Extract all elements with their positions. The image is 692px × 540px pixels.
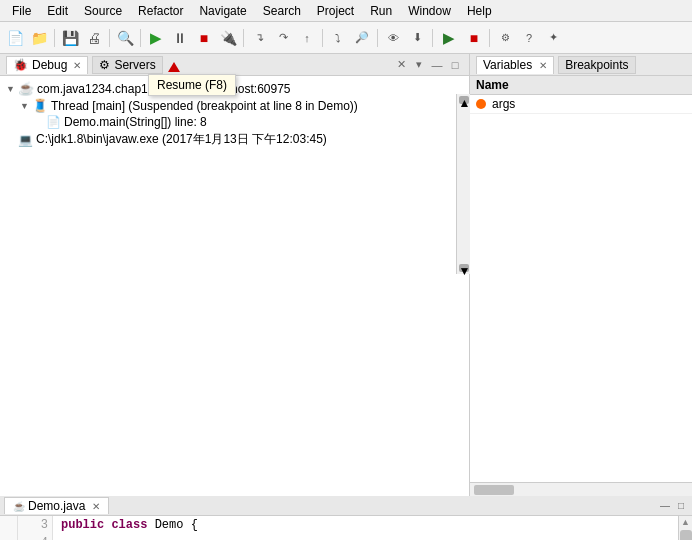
var-hscrollbar[interactable] xyxy=(470,482,692,496)
tree-icon-0: ☕ xyxy=(18,81,34,96)
servers-tab[interactable]: ⚙ Servers xyxy=(92,56,162,74)
editor-tab-close[interactable]: ✕ xyxy=(92,501,100,512)
toolbar-sep-8 xyxy=(489,29,490,47)
tree-icon-3: 💻 xyxy=(18,133,33,147)
menu-help[interactable]: Help xyxy=(459,2,500,20)
toolbar-help2[interactable]: ? xyxy=(518,27,540,49)
debug-maximize-btn[interactable]: □ xyxy=(447,57,463,73)
toolbar-disconnect[interactable]: 🔌 xyxy=(217,27,239,49)
menu-refactor[interactable]: Refactor xyxy=(130,2,191,20)
toolbar-step-over[interactable]: ↷ xyxy=(272,27,294,49)
debug-scroll-down[interactable]: ▼ xyxy=(459,264,469,272)
toolbar-sep-1 xyxy=(54,29,55,47)
toolbar-stop[interactable]: ■ xyxy=(193,27,215,49)
debug-scroll-up[interactable]: ▲ xyxy=(459,96,469,104)
toolbar-save[interactable]: 💾 xyxy=(59,27,81,49)
editor-body: ⬤ ➤ 3 4 5 6 7 8 9 10 11 12 public class … xyxy=(0,516,692,540)
toolbar-sep-6 xyxy=(377,29,378,47)
indicator-4 xyxy=(1,534,16,540)
debug-menu-btn[interactable]: ▾ xyxy=(411,57,427,73)
variables-panel: Variables ✕ Breakpoints Name args xyxy=(470,54,692,496)
variables-panel-header: Variables ✕ Breakpoints xyxy=(470,54,692,76)
editor-actions: — □ xyxy=(658,499,688,513)
code-line-3: public class Demo { xyxy=(61,516,670,534)
var-col-name-header: Name xyxy=(476,78,596,92)
resume-tooltip: Resume (F8) xyxy=(148,74,236,96)
debug-scrollbar[interactable]: ▲ ▼ xyxy=(456,94,470,274)
toolbar-stop-prog[interactable]: ■ xyxy=(463,27,485,49)
var-dot-icon xyxy=(476,99,486,109)
editor-tab-label: Demo.java xyxy=(28,499,85,513)
tree-item-2[interactable]: 📄 Demo.main(String[]) line: 8 xyxy=(4,114,465,130)
menu-source[interactable]: Source xyxy=(76,2,130,20)
menu-file[interactable]: File xyxy=(4,2,39,20)
tree-item-1[interactable]: ▼ 🧵 Thread [main] (Suspended (breakpoint… xyxy=(4,97,465,114)
var-row-args[interactable]: args xyxy=(470,95,692,114)
var-hscroll-thumb[interactable] xyxy=(474,485,514,495)
variables-tab[interactable]: Variables ✕ xyxy=(476,56,554,74)
debug-tab-close[interactable]: ✕ xyxy=(73,60,81,71)
toolbar-inspect[interactable]: 🔎 xyxy=(351,27,373,49)
tree-text-1: Thread [main] (Suspended (breakpoint at … xyxy=(51,99,358,113)
main-area: 🐞 Debug ✕ ⚙ Servers ✕ ▾ — □ ▼ ☕ com.java… xyxy=(0,54,692,496)
line-numbers: 3 4 5 6 7 8 9 10 11 12 xyxy=(18,516,53,540)
editor-scroll-up[interactable]: ▲ xyxy=(679,516,692,528)
editor-tab-icon: ☕ xyxy=(13,501,25,512)
toolbar-run-to[interactable]: ⤵ xyxy=(327,27,349,49)
editor-scroll-thumb[interactable] xyxy=(680,530,692,540)
tree-item-3[interactable]: 💻 C:\jdk1.8\bin\javaw.exe (2017年1月13日 下午… xyxy=(4,130,465,149)
tree-icon-1: 🧵 xyxy=(32,98,48,113)
editor-maximize-btn[interactable]: □ xyxy=(674,499,688,513)
toolbar-sep-4 xyxy=(243,29,244,47)
tree-arrow-1: ▼ xyxy=(20,101,32,111)
toolbar: 📄 📁 💾 🖨 🔍 ▶ ⏸ ■ 🔌 ↴ ↷ ↑ ⤵ 🔎 👁 ⬇ ▶ ■ ⚙ ? … xyxy=(0,22,692,54)
menu-search[interactable]: Search xyxy=(255,2,309,20)
breakpoints-tab-label: Breakpoints xyxy=(565,58,628,72)
debug-panel-actions: ✕ ▾ — □ xyxy=(393,57,463,73)
code-line-4 xyxy=(61,534,670,540)
toolbar-step-return[interactable]: ↑ xyxy=(296,27,318,49)
tree-text-3: C:\jdk1.8\bin\javaw.exe (2017年1月13日 下午12… xyxy=(36,131,327,148)
toolbar-run[interactable]: ▶ xyxy=(437,27,461,49)
menu-project[interactable]: Project xyxy=(309,2,362,20)
editor-minimize-btn[interactable]: — xyxy=(658,499,672,513)
menu-edit[interactable]: Edit xyxy=(39,2,76,20)
variables-tab-close[interactable]: ✕ xyxy=(539,60,547,71)
editor-header: ☕ Demo.java ✕ — □ xyxy=(0,496,692,516)
debug-tree: ▼ ☕ com.java1234.chap11.Demo at localhos… xyxy=(0,76,469,496)
debug-terminate-btn[interactable]: ✕ xyxy=(393,57,409,73)
editor-vscrollbar[interactable]: ▲ ▼ xyxy=(678,516,692,540)
toolbar-resume[interactable]: ▶ xyxy=(145,27,167,49)
toolbar-suspend[interactable]: ⏸ xyxy=(169,27,191,49)
var-table: Name args xyxy=(470,76,692,482)
toolbar-watch[interactable]: 👁 xyxy=(382,27,404,49)
editor-tab-demo[interactable]: ☕ Demo.java ✕ xyxy=(4,497,109,514)
debug-tab[interactable]: 🐞 Debug ✕ xyxy=(6,56,88,74)
breakpoints-tab[interactable]: Breakpoints xyxy=(558,56,635,74)
code-content[interactable]: public class Demo { public static void m… xyxy=(53,516,678,540)
debug-panel: 🐞 Debug ✕ ⚙ Servers ✕ ▾ — □ ▼ ☕ com.java… xyxy=(0,54,470,496)
debug-tab-label: Debug xyxy=(32,58,67,72)
menu-run[interactable]: Run xyxy=(362,2,400,20)
var-name-args: args xyxy=(492,97,612,111)
toolbar-misc[interactable]: ✦ xyxy=(542,27,564,49)
toolbar-step-into[interactable]: ↴ xyxy=(248,27,270,49)
servers-tab-label: Servers xyxy=(114,58,155,72)
menubar: File Edit Source Refactor Navigate Searc… xyxy=(0,0,692,22)
toolbar-print[interactable]: 🖨 xyxy=(83,27,105,49)
toolbar-search[interactable]: 🔍 xyxy=(114,27,136,49)
debug-minimize-btn[interactable]: — xyxy=(429,57,445,73)
tree-arrow-0: ▼ xyxy=(6,84,18,94)
toolbar-new[interactable]: 📄 xyxy=(4,27,26,49)
toolbar-external-tools[interactable]: ⚙ xyxy=(494,27,516,49)
linenum-4: 4 xyxy=(22,534,48,540)
editor-area: ☕ Demo.java ✕ — □ ⬤ ➤ 3 4 5 6 xyxy=(0,496,692,540)
toolbar-drop-to-frame[interactable]: ⬇ xyxy=(406,27,428,49)
resume-arrow xyxy=(168,62,180,72)
toolbar-open[interactable]: 📁 xyxy=(28,27,50,49)
menu-navigate[interactable]: Navigate xyxy=(191,2,254,20)
toolbar-sep-5 xyxy=(322,29,323,47)
linenum-3: 3 xyxy=(22,516,48,534)
servers-tab-icon: ⚙ xyxy=(99,58,110,72)
menu-window[interactable]: Window xyxy=(400,2,459,20)
